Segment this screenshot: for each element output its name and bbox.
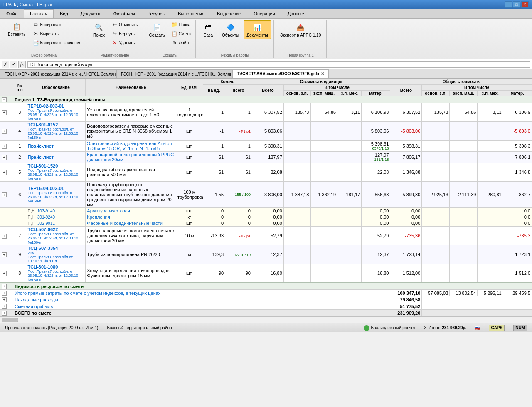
totals-expand-1[interactable]: + — [0, 290, 13, 296]
code-link[interactable]: ТСЦ-301-1520 — [27, 163, 84, 168]
doc-tab-2-close[interactable]: ✕ — [321, 72, 324, 76]
doc-tab-2[interactable]: Т:\СВЕТЛАНА\сметы\ООО БЭСТ\ГВ.gsfx ✕ — [233, 69, 329, 78]
close-button[interactable]: ✕ — [521, 1, 529, 8]
row-expand[interactable]: + — [0, 141, 13, 152]
code-link[interactable]: Прайс-лист — [27, 143, 54, 148]
restore-button[interactable]: □ — [513, 1, 520, 8]
estimate-button[interactable]: 📋 Смета — [170, 30, 193, 38]
section-expand[interactable]: − — [0, 96, 13, 103]
expand-icon[interactable]: + — [2, 311, 7, 316]
totals-expand-3[interactable]: + — [0, 303, 13, 310]
row-expand[interactable]: + — [0, 122, 13, 141]
expand-icon[interactable]: + — [2, 291, 7, 296]
tab-execution[interactable]: Выполнение — [172, 9, 211, 18]
row-expand[interactable]: + — [0, 227, 13, 245]
row-num: 6 — [13, 182, 26, 208]
expand-icon[interactable]: + — [2, 144, 7, 149]
search-button[interactable]: 🔍 Поиск — [90, 20, 108, 39]
paste-button[interactable]: 📋 Вставить — [4, 20, 29, 38]
col-unit: Ед. изм. — [176, 79, 203, 96]
formula-confirm-btn[interactable]: ✓ — [10, 61, 17, 68]
totals-expand-final[interactable]: + — [0, 310, 13, 316]
doc-tab-1[interactable]: ГЭСН, ФЕР - 2001 (редакция 2014 г. с ...… — [116, 69, 233, 78]
tab-view[interactable]: Вид — [54, 9, 74, 18]
expand-icon[interactable]: + — [2, 297, 7, 302]
delete-button[interactable]: ✕ Удалить — [110, 39, 140, 47]
code-link[interactable]: ТЕР16-04-002-01 — [27, 186, 84, 191]
code-link[interactable]: ТСЦ-507-3354 — [27, 246, 84, 251]
create-button[interactable]: 📄 Создать — [146, 20, 168, 39]
minimize-button[interactable]: ─ — [505, 1, 512, 8]
tab-data[interactable]: Данные — [281, 9, 310, 18]
row-expand[interactable]: + — [0, 182, 13, 208]
formula-fx-btn[interactable]: fx — [18, 61, 26, 68]
status-region: Ярославская область (Редакция 2009 г. с … — [2, 323, 101, 332]
row-total-mat: 862,7 — [503, 182, 532, 208]
tab-document[interactable]: Документ — [74, 9, 107, 18]
tab-selection[interactable]: Выделение — [211, 9, 247, 18]
row-expand[interactable]: + — [0, 103, 13, 122]
row-zp — [283, 163, 310, 182]
code-link[interactable]: ТСЦ-301-0152 — [27, 122, 84, 127]
row-expand[interactable]: + — [0, 245, 13, 264]
expand-icon[interactable]: + — [2, 170, 7, 175]
code-link[interactable]: ТСЦ-507-0622 — [27, 227, 84, 232]
scrollbar-thumb[interactable] — [2, 318, 18, 322]
row-total: 1 512,00 — [390, 264, 422, 283]
row-name: Крепления — [86, 214, 176, 220]
ribbon-group-export: 📤 Экспорт в АРПС 1.10 Новая группа 1 — [275, 20, 327, 58]
formula-input[interactable] — [27, 61, 530, 68]
formula-cancel-btn[interactable]: ✗ — [2, 61, 9, 68]
expand-icon[interactable]: + — [2, 234, 7, 239]
expand-icon[interactable]: + — [2, 192, 7, 197]
objects-button[interactable]: 🔷 Объекты — [219, 20, 242, 39]
redo-button[interactable]: ↪ Вернуть — [110, 30, 140, 38]
file-button[interactable]: 🗎 Файл — [170, 39, 193, 47]
row-expand[interactable]: + — [0, 264, 13, 283]
row-cost: 22,08 — [252, 163, 283, 182]
tab-home[interactable]: Главная — [24, 9, 54, 18]
section-expand-icon[interactable]: − — [2, 97, 7, 102]
window-controls[interactable]: ─ □ ✕ — [505, 1, 529, 8]
tab-file[interactable]: Файл — [0, 9, 24, 18]
row-expand[interactable]: + — [0, 163, 13, 182]
expand-icon[interactable]: + — [2, 252, 7, 257]
code-link[interactable]: ТЕР18-02-003-01 — [27, 104, 84, 109]
tab-resources[interactable]: Ресурсы — [141, 9, 172, 18]
expand-icon[interactable]: + — [2, 304, 7, 309]
expand-icon[interactable]: + — [2, 129, 7, 134]
row-expand[interactable]: + — [0, 152, 13, 163]
copy-button[interactable]: ⧉ Копировать — [31, 20, 84, 29]
code-link[interactable]: ТСЦ-301-1080 — [27, 264, 84, 269]
base-button[interactable]: 🗃 База — [199, 20, 217, 39]
tab-physvolume[interactable]: Физобъем — [107, 9, 141, 18]
row-qty-each: 1,55 — [203, 182, 225, 208]
col-expand — [0, 79, 13, 96]
scrollbar-horizontal[interactable] — [0, 316, 532, 323]
folder-button[interactable]: 📁 Папка — [170, 20, 193, 29]
code-link[interactable]: Прайс-лист — [27, 155, 54, 160]
export-arps-button[interactable]: 📤 Экспорт в АРПС 1.10 — [277, 20, 324, 44]
expand-icon[interactable]: + — [2, 155, 7, 160]
cut-button[interactable]: ✂ Вырезать — [31, 30, 84, 38]
table-row: + 7 ТСЦ-507-0622 Пост.Правит.Яросл.обл. … — [0, 227, 532, 245]
row-code: П,Н 302-9911 — [26, 220, 86, 227]
tab-operations[interactable]: Операции — [247, 9, 281, 18]
row-total-mat: -735,3 — [503, 227, 532, 245]
row-total-zp — [422, 152, 450, 163]
undo-button[interactable]: ↩ Отменить — [110, 20, 140, 29]
resources-expand-icon[interactable]: + — [2, 284, 7, 289]
editing-group-label: Редактирование — [87, 53, 143, 58]
expand-icon[interactable]: + — [2, 110, 7, 115]
expand-icon[interactable]: + — [2, 271, 7, 276]
row-cost: 127,97 — [252, 152, 283, 163]
totals-expand-2[interactable]: + — [0, 296, 13, 303]
sheet-container[interactable]: №п.п Обоснование Наименование Ед. изм. К… — [0, 79, 532, 316]
doc-tab-0[interactable]: ГЭСН, ФЕР - 2001 (редакция 2014 г. с и..… — [0, 69, 116, 78]
row-mat: 0,00 — [362, 220, 390, 227]
row-mach — [310, 245, 337, 264]
row-name: Хомуты для крепления трубопроводов Фузио… — [86, 264, 176, 283]
resources-expand[interactable]: + — [0, 283, 13, 290]
documents-button[interactable]: 📊 Документы — [244, 20, 271, 39]
copy-value-button[interactable]: 📑 Копировать значение — [31, 39, 84, 47]
